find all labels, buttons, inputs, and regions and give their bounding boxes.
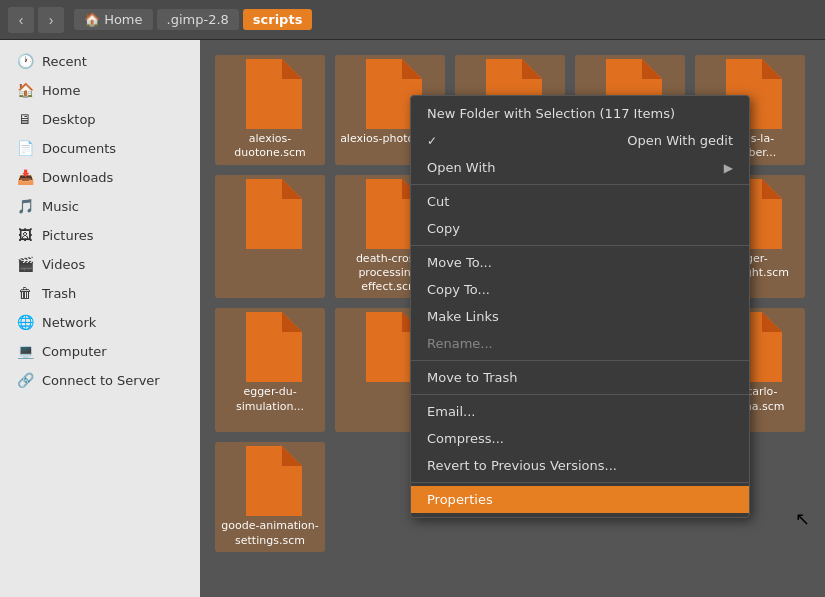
menu-item-new-folder-label: New Folder with Selection (117 Items) xyxy=(427,106,675,121)
menu-item-compress[interactable]: Compress... xyxy=(411,425,749,452)
computer-icon: 💻 xyxy=(16,342,34,360)
sidebar-item-recent-label: Recent xyxy=(42,54,87,69)
menu-item-copy-label: Copy xyxy=(427,221,460,236)
sidebar-item-documents[interactable]: 📄 Documents xyxy=(4,134,196,162)
titlebar: ‹ › 🏠 Home .gimp-2.8 scripts xyxy=(0,0,825,40)
sidebar-item-trash-label: Trash xyxy=(42,286,76,301)
file-icon xyxy=(238,312,302,382)
main-layout: 🕐 Recent 🏠 Home 🖥 Desktop 📄 Documents 📥 … xyxy=(0,40,825,597)
menu-item-copy[interactable]: Copy xyxy=(411,215,749,242)
sidebar-item-downloads-label: Downloads xyxy=(42,170,113,185)
breadcrumb: 🏠 Home .gimp-2.8 scripts xyxy=(74,9,312,30)
menu-separator xyxy=(411,482,749,483)
menu-item-email-label: Email... xyxy=(427,404,475,419)
sidebar-item-connect-server-label: Connect to Server xyxy=(42,373,160,388)
sidebar-item-videos[interactable]: 🎬 Videos xyxy=(4,250,196,278)
menu-item-copy-to-label: Copy To... xyxy=(427,282,490,297)
documents-icon: 📄 xyxy=(16,139,34,157)
menu-item-make-links-label: Make Links xyxy=(427,309,499,324)
menu-item-copy-to[interactable]: Copy To... xyxy=(411,276,749,303)
sidebar-item-desktop-label: Desktop xyxy=(42,112,96,127)
context-menu: New Folder with Selection (117 Items) ✓ … xyxy=(410,95,750,518)
breadcrumb-home[interactable]: 🏠 Home xyxy=(74,9,153,30)
sidebar-item-computer[interactable]: 💻 Computer xyxy=(4,337,196,365)
sidebar-item-computer-label: Computer xyxy=(42,344,107,359)
menu-separator xyxy=(411,394,749,395)
sidebar-item-videos-label: Videos xyxy=(42,257,85,272)
sidebar-item-pictures[interactable]: 🖼 Pictures xyxy=(4,221,196,249)
sidebar: 🕐 Recent 🏠 Home 🖥 Desktop 📄 Documents 📥 … xyxy=(0,40,200,597)
menu-item-properties[interactable]: Properties xyxy=(411,486,749,513)
sidebar-item-trash[interactable]: 🗑 Trash xyxy=(4,279,196,307)
menu-item-revert-label: Revert to Previous Versions... xyxy=(427,458,617,473)
menu-item-email[interactable]: Email... xyxy=(411,398,749,425)
sidebar-item-network[interactable]: 🌐 Network xyxy=(4,308,196,336)
menu-item-open-with-gedit[interactable]: ✓ Open With gedit xyxy=(411,127,749,154)
menu-item-make-links[interactable]: Make Links xyxy=(411,303,749,330)
menu-item-rename-label: Rename... xyxy=(427,336,493,351)
menu-item-revert[interactable]: Revert to Previous Versions... xyxy=(411,452,749,479)
menu-separator xyxy=(411,245,749,246)
file-icon xyxy=(238,446,302,516)
menu-item-rename: Rename... xyxy=(411,330,749,357)
recent-icon: 🕐 xyxy=(16,52,34,70)
menu-separator xyxy=(411,184,749,185)
menu-item-open-with[interactable]: Open With ▶ xyxy=(411,154,749,181)
file-item[interactable]: egger-du-simulation... xyxy=(215,308,325,432)
menu-item-properties-label: Properties xyxy=(427,492,493,507)
forward-button[interactable]: › xyxy=(38,7,64,33)
sidebar-item-music[interactable]: 🎵 Music xyxy=(4,192,196,220)
videos-icon: 🎬 xyxy=(16,255,34,273)
breadcrumb-scripts[interactable]: scripts xyxy=(243,9,313,30)
check-icon: ✓ xyxy=(427,134,437,148)
menu-item-move-to-trash-label: Move to Trash xyxy=(427,370,518,385)
sidebar-item-connect-server[interactable]: 🔗 Connect to Server xyxy=(4,366,196,394)
network-icon: 🌐 xyxy=(16,313,34,331)
sidebar-item-music-label: Music xyxy=(42,199,79,214)
menu-item-new-folder[interactable]: New Folder with Selection (117 Items) xyxy=(411,100,749,127)
sidebar-item-documents-label: Documents xyxy=(42,141,116,156)
menu-item-cut[interactable]: Cut xyxy=(411,188,749,215)
file-item[interactable]: alexios-duotone.scm xyxy=(215,55,325,165)
file-name: alexios-duotone.scm xyxy=(220,132,320,161)
file-icon xyxy=(238,179,302,249)
menu-item-move-to[interactable]: Move To... xyxy=(411,249,749,276)
menu-item-cut-label: Cut xyxy=(427,194,449,209)
sidebar-item-network-label: Network xyxy=(42,315,96,330)
menu-item-move-to-trash[interactable]: Move to Trash xyxy=(411,364,749,391)
file-area[interactable]: alexios-duotone.scm alexios-photofra... xyxy=(200,40,825,597)
file-icon xyxy=(238,59,302,129)
sidebar-item-home[interactable]: 🏠 Home xyxy=(4,76,196,104)
music-icon: 🎵 xyxy=(16,197,34,215)
file-item[interactable] xyxy=(215,175,325,299)
trash-icon: 🗑 xyxy=(16,284,34,302)
breadcrumb-gimp[interactable]: .gimp-2.8 xyxy=(157,9,239,30)
sidebar-item-pictures-label: Pictures xyxy=(42,228,93,243)
home-icon: 🏠 xyxy=(16,81,34,99)
downloads-icon: 📥 xyxy=(16,168,34,186)
file-item[interactable]: goode-animation-settings.scm xyxy=(215,442,325,552)
sidebar-item-recent[interactable]: 🕐 Recent xyxy=(4,47,196,75)
menu-item-open-with-label: Open With xyxy=(427,160,495,175)
menu-separator xyxy=(411,360,749,361)
connect-server-icon: 🔗 xyxy=(16,371,34,389)
sidebar-item-home-label: Home xyxy=(42,83,80,98)
submenu-arrow-icon: ▶ xyxy=(724,161,733,175)
file-name: goode-animation-settings.scm xyxy=(220,519,320,548)
menu-item-open-with-gedit-label: Open With gedit xyxy=(627,133,733,148)
file-name: egger-du-simulation... xyxy=(220,385,320,414)
back-button[interactable]: ‹ xyxy=(8,7,34,33)
sidebar-item-desktop[interactable]: 🖥 Desktop xyxy=(4,105,196,133)
menu-item-move-to-label: Move To... xyxy=(427,255,492,270)
menu-item-compress-label: Compress... xyxy=(427,431,504,446)
pictures-icon: 🖼 xyxy=(16,226,34,244)
sidebar-item-downloads[interactable]: 📥 Downloads xyxy=(4,163,196,191)
desktop-icon: 🖥 xyxy=(16,110,34,128)
